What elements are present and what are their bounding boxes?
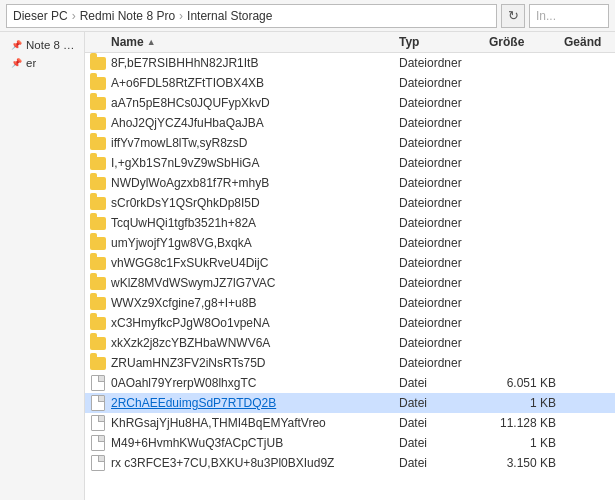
column-header-size[interactable]: Größe [485, 35, 560, 49]
file-type: Dateiordner [395, 116, 485, 130]
path-part-3: Internal Storage [187, 9, 272, 23]
file-list-header: Name ▲ Typ Größe Geänd [85, 32, 615, 53]
file-name-cell: 8F,bE7RSIBHHhN82JR1ItB [111, 56, 395, 70]
file-name: rx c3RFCE3+7CU,BXKU+8u3Pl0BXIud9Z [111, 456, 334, 470]
folder-icon [85, 237, 111, 250]
table-row[interactable]: 2RChAEEduimgSdP7RTDQ2BDatei1 KB [85, 393, 615, 413]
file-type: Dateiordner [395, 296, 485, 310]
file-type: Dateiordner [395, 56, 485, 70]
refresh-button[interactable]: ↻ [501, 4, 525, 28]
file-size: 11.128 KB [485, 416, 560, 430]
file-name: 8F,bE7RSIBHHhN82JR1ItB [111, 56, 258, 70]
file-name: WWXz9Xcfgine7,g8+I+u8B [111, 296, 256, 310]
table-row[interactable]: umYjwojfY1gw8VG,BxqkADateiordner [85, 233, 615, 253]
table-row[interactable]: sCr0rkDsY1QSrQhkDp8I5DDateiordner [85, 193, 615, 213]
file-rows: 8F,bE7RSIBHHhN82JR1ItBDateiordnerA+o6FDL… [85, 53, 615, 473]
file-name: vhWGG8c1FxSUkRveU4DijC [111, 256, 268, 270]
table-row[interactable]: I,+gXb1S7nL9vZ9wSbHiGADateiordner [85, 153, 615, 173]
table-row[interactable]: rx c3RFCE3+7CU,BXKU+8u3Pl0BXIud9ZDatei3.… [85, 453, 615, 473]
file-name-cell: 0AOahl79YrerpW08lhxgTC [111, 376, 395, 390]
file-name: xC3HmyfkcPJgW8Oo1vpeNA [111, 316, 270, 330]
folder-icon [85, 97, 111, 110]
column-header-name[interactable]: Name ▲ [85, 35, 395, 49]
file-type: Dateiordner [395, 356, 485, 370]
table-row[interactable]: xkXzk2j8zcYBZHbaWNWV6ADateiordner [85, 333, 615, 353]
file-name: AhoJ2QjYCZ4JfuHbaQaJBA [111, 116, 264, 130]
table-row[interactable]: KhRGsajYjHu8HA,THMI4BqEMYaftVreoDatei11.… [85, 413, 615, 433]
file-name: umYjwojfY1gw8VG,BxqkA [111, 236, 252, 250]
sort-arrow-name: ▲ [147, 37, 156, 47]
path-part-1: Dieser PC [13, 9, 68, 23]
path-separator-2: › [179, 9, 183, 23]
table-row[interactable]: ZRUamHNZ3FV2iNsRTs75DDateiordner [85, 353, 615, 373]
folder-icon [85, 157, 111, 170]
table-row[interactable]: wKlZ8MVdWSwymJZ7lG7VACDateiordner [85, 273, 615, 293]
file-icon [85, 415, 111, 431]
file-icon [85, 455, 111, 471]
file-type: Datei [395, 396, 485, 410]
file-name-cell: M49+6HvmhKWuQ3fACpCTjUB [111, 436, 395, 450]
file-name-cell: AhoJ2QjYCZ4JfuHbaQaJBA [111, 116, 395, 130]
file-icon [85, 375, 111, 391]
folder-icon [85, 77, 111, 90]
file-name-cell: wKlZ8MVdWSwymJZ7lG7VAC [111, 276, 395, 290]
file-name: TcqUwHQi1tgfb3521h+82A [111, 216, 256, 230]
table-row[interactable]: WWXz9Xcfgine7,g8+I+u8BDateiordner [85, 293, 615, 313]
table-row[interactable]: AhoJ2QjYCZ4JfuHbaQaJBADateiordner [85, 113, 615, 133]
file-type: Dateiordner [395, 156, 485, 170]
file-name-cell: 2RChAEEduimgSdP7RTDQ2B [111, 396, 395, 410]
file-name-cell: TcqUwHQi1tgfb3521h+82A [111, 216, 395, 230]
file-name-cell: aA7n5pE8HCs0JQUFypXkvD [111, 96, 395, 110]
file-name: xkXzk2j8zcYBZHbaWNWV6A [111, 336, 270, 350]
file-size: 1 KB [485, 396, 560, 410]
file-type: Dateiordner [395, 256, 485, 270]
file-name-cell: umYjwojfY1gw8VG,BxqkA [111, 236, 395, 250]
sidebar-item-note8pro[interactable]: 📌 Note 8 Pro [0, 36, 84, 54]
folder-icon [85, 257, 111, 270]
file-size: 6.051 KB [485, 376, 560, 390]
folder-icon [85, 217, 111, 230]
address-bar: Dieser PC › Redmi Note 8 Pro › Internal … [0, 0, 615, 32]
table-row[interactable]: A+o6FDL58RtZFtTIOBX4XBDateiordner [85, 73, 615, 93]
file-name: A+o6FDL58RtZFtTIOBX4XB [111, 76, 264, 90]
table-row[interactable]: 0AOahl79YrerpW08lhxgTCDatei6.051 KB [85, 373, 615, 393]
changed-label: Geänd [564, 35, 601, 49]
file-name-cell: xkXzk2j8zcYBZHbaWNWV6A [111, 336, 395, 350]
search-box[interactable]: In... [529, 4, 609, 28]
folder-icon [85, 337, 111, 350]
address-path[interactable]: Dieser PC › Redmi Note 8 Pro › Internal … [6, 4, 497, 28]
name-label: Name [111, 35, 144, 49]
column-header-type[interactable]: Typ [395, 35, 485, 49]
file-type: Datei [395, 376, 485, 390]
table-row[interactable]: aA7n5pE8HCs0JQUFypXkvDDateiordner [85, 93, 615, 113]
sidebar-label-er: er [26, 57, 36, 69]
folder-icon [85, 297, 111, 310]
table-row[interactable]: xC3HmyfkcPJgW8Oo1vpeNADateiordner [85, 313, 615, 333]
file-name-cell: ZRUamHNZ3FV2iNsRTs75D [111, 356, 395, 370]
file-type: Datei [395, 456, 485, 470]
table-row[interactable]: vhWGG8c1FxSUkRveU4DijCDateiordner [85, 253, 615, 273]
table-row[interactable]: iffYv7mowL8lTw,syR8zsDDateiordner [85, 133, 615, 153]
table-row[interactable]: TcqUwHQi1tgfb3521h+82ADateiordner [85, 213, 615, 233]
file-name: ZRUamHNZ3FV2iNsRTs75D [111, 356, 265, 370]
sidebar-label-note8pro: Note 8 Pro [26, 39, 78, 51]
file-type: Dateiordner [395, 336, 485, 350]
folder-icon [85, 357, 111, 370]
file-type: Dateiordner [395, 236, 485, 250]
path-part-2: Redmi Note 8 Pro [80, 9, 175, 23]
file-name-cell: NWDylWoAgzxb81f7R+mhyB [111, 176, 395, 190]
column-header-changed[interactable]: Geänd [560, 35, 615, 49]
file-explorer-window: Dieser PC › Redmi Note 8 Pro › Internal … [0, 0, 615, 500]
file-name: iffYv7mowL8lTw,syR8zsD [111, 136, 248, 150]
file-name: sCr0rkDsY1QSrQhkDp8I5D [111, 196, 260, 210]
folder-icon [85, 177, 111, 190]
table-row[interactable]: NWDylWoAgzxb81f7R+mhyBDateiordner [85, 173, 615, 193]
file-size: 1 KB [485, 436, 560, 450]
file-name-cell: rx c3RFCE3+7CU,BXKU+8u3Pl0BXIud9Z [111, 456, 395, 470]
file-type: Dateiordner [395, 196, 485, 210]
folder-icon [85, 197, 111, 210]
file-list-container[interactable]: Name ▲ Typ Größe Geänd 8F,bE7RSIBHHhN82J… [85, 32, 615, 500]
sidebar-item-er[interactable]: 📌 er [0, 54, 84, 72]
table-row[interactable]: M49+6HvmhKWuQ3fACpCTjUBDatei1 KB [85, 433, 615, 453]
table-row[interactable]: 8F,bE7RSIBHHhN82JR1ItBDateiordner [85, 53, 615, 73]
